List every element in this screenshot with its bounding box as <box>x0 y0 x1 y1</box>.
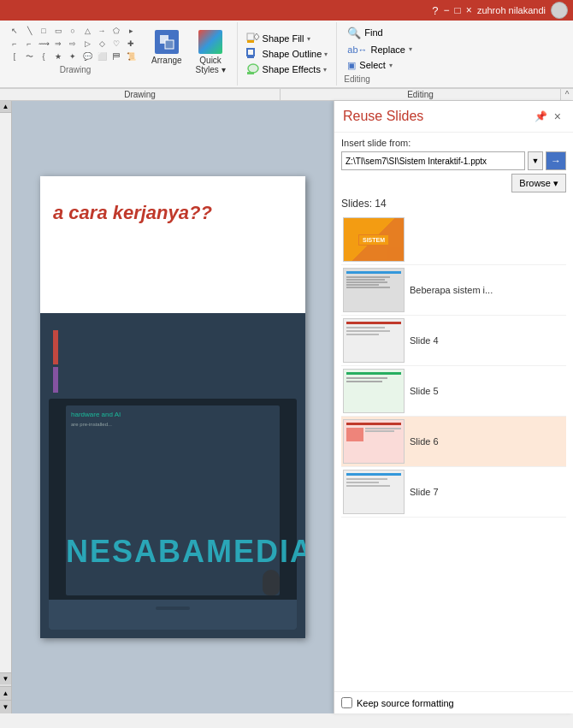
slide-item-3[interactable]: Slide 4 <box>341 316 566 366</box>
shape-oval[interactable]: ○ <box>67 26 79 36</box>
reuse-slides-panel: Reuse Slides 📌 × Insert slide from: ▼ → … <box>334 101 573 713</box>
slide-item-2[interactable]: Beberapa sistem i... <box>341 265 566 316</box>
laptop-trackpad <box>156 607 190 610</box>
shape-l1[interactable]: ⌐ <box>9 38 21 49</box>
reuse-panel-title: Reuse Slides <box>343 109 423 124</box>
drawing-group: ↖ ╲ □ ▭ ○ △ → ⬠ ▸ ⌐ ⌐ ⟿ ⇒ ⇨ ▷ ◇ ♡ ✚ [ <box>3 22 238 86</box>
slide-item-6[interactable]: Slide 7 <box>341 467 566 518</box>
keep-source-checkbox[interactable] <box>341 697 352 708</box>
find-label: Find <box>364 27 382 38</box>
replace-icon: ab↔ <box>347 44 367 55</box>
slide-item-5[interactable]: Slide 6 <box>341 417 566 467</box>
shape-heart[interactable]: ♡ <box>110 38 122 49</box>
svg-marker-4 <box>254 33 259 40</box>
laptop-base <box>49 600 297 630</box>
scroll-up2-btn[interactable]: ▲ <box>0 686 11 700</box>
shape-arrow2[interactable]: ⇒ <box>52 38 64 49</box>
shape-flowchart[interactable]: ⬜ <box>96 51 108 62</box>
drawing-label: Drawing <box>9 65 142 74</box>
slide-thumb-1: SISTEM <box>343 217 405 262</box>
scroll-up-btn[interactable]: ▲ <box>0 101 11 113</box>
shape-rect[interactable]: □ <box>38 26 50 36</box>
shape-cross[interactable]: ✚ <box>125 38 137 49</box>
shape-arrow3[interactable]: ⇨ <box>67 38 79 49</box>
quick-styles-icon <box>198 30 222 54</box>
path-go-button[interactable]: → <box>546 151 566 170</box>
shape-wavy[interactable]: 〜 <box>23 51 35 62</box>
shape-blockarrow[interactable]: ▷ <box>81 38 93 49</box>
drawing-section-label: Drawing <box>0 89 281 100</box>
select-dropdown[interactable]: ▾ <box>389 62 393 69</box>
shape-star[interactable]: ★ <box>52 51 64 62</box>
slide-thumb-3 <box>343 318 405 363</box>
path-input[interactable] <box>341 151 525 170</box>
shape-outline-dropdown[interactable]: ▾ <box>324 50 328 58</box>
shape-banner[interactable]: ⛿ <box>110 51 122 62</box>
svg-rect-6 <box>247 56 254 58</box>
title-bar: ? − □ × zuhroh nilakandi <box>0 0 573 21</box>
shape-zigzag[interactable]: ⟿ <box>38 38 50 49</box>
shape-callout[interactable]: 💬 <box>81 51 93 62</box>
replace-button[interactable]: ab↔ Replace ▾ <box>344 43 416 56</box>
main-area: ▲ ▼ ▲ ▼ a cara kerjanya?? hardware and A… <box>0 101 573 713</box>
svg-rect-9 <box>247 72 254 74</box>
restore-icon[interactable]: □ <box>455 4 461 16</box>
question-icon[interactable]: ? <box>432 4 438 17</box>
shape-pentagon[interactable]: ⬠ <box>110 26 122 36</box>
shape-bracket[interactable]: [ <box>9 51 21 62</box>
slide-preview-panel: a cara kerjanya?? hardware and AI are pr… <box>12 101 334 713</box>
shape-fill-button[interactable]: Shape Fill ▾ <box>245 32 330 45</box>
path-dropdown-button[interactable]: ▼ <box>528 151 543 170</box>
ribbon-toolbar: ↖ ╲ □ ▭ ○ △ → ⬠ ▸ ⌐ ⌐ ⟿ ⇒ ⇨ ▷ ◇ ♡ ✚ [ <box>0 21 573 89</box>
svg-rect-1 <box>165 40 174 49</box>
quick-styles-button[interactable]: Quick Styles ▾ <box>190 26 232 79</box>
slide-thumb-6 <box>343 470 405 514</box>
shape-fill-dropdown[interactable]: ▾ <box>307 35 310 43</box>
select-icon: ▣ <box>347 60 356 71</box>
slide-item-4[interactable]: Slide 5 <box>341 366 566 417</box>
replace-dropdown[interactable]: ▾ <box>409 45 412 53</box>
slide-item-1[interactable]: SISTEM <box>341 215 566 265</box>
shape-cursor[interactable]: ↖ <box>9 26 21 36</box>
shape-l2[interactable]: ⌐ <box>23 38 35 49</box>
slide-thumb-4 <box>343 369 405 413</box>
avatar <box>551 2 568 19</box>
scroll-down2-btn[interactable]: ▼ <box>0 700 11 713</box>
shape-brace[interactable]: { <box>38 51 50 62</box>
browse-label: Browse <box>519 178 551 188</box>
shape-diamond[interactable]: ◇ <box>96 38 108 49</box>
shape-triangle[interactable]: △ <box>81 26 93 36</box>
ribbon-collapse-icon[interactable]: ^ <box>561 89 573 100</box>
slide-label-3: Slide 4 <box>410 335 439 346</box>
shape-scroll[interactable]: 📜 <box>125 51 137 62</box>
shape-more[interactable]: ▸ <box>125 26 137 36</box>
shapes-palette: ↖ ╲ □ ▭ ○ △ → ⬠ ▸ ⌐ ⌐ ⟿ ⇒ ⇨ ▷ ◇ ♡ ✚ [ <box>9 26 139 63</box>
browse-button[interactable]: Browse ▾ <box>511 174 566 192</box>
shape-arrow-right[interactable]: → <box>96 26 108 36</box>
select-button[interactable]: ▣ Select ▾ <box>344 58 416 73</box>
insert-from-label: Insert slide from: <box>341 138 566 148</box>
shape-outline-icon <box>246 48 260 60</box>
pin-icon[interactable]: 📌 <box>535 110 547 122</box>
reuse-close-button[interactable]: × <box>551 108 564 125</box>
keep-source-row: Keep source formatting <box>334 691 573 713</box>
shape-burst[interactable]: ✦ <box>67 51 79 62</box>
screen-text: hardware and AI are pre-installed... <box>66 405 280 432</box>
scroll-down-btn[interactable]: ▼ <box>0 672 11 684</box>
ribbon-section-labels: Drawing Editing ^ <box>0 89 573 101</box>
shape-effects-dropdown[interactable]: ▾ <box>323 66 327 74</box>
close-icon[interactable]: × <box>466 4 472 16</box>
shape-outline-button[interactable]: Shape Outline ▾ <box>245 47 330 61</box>
find-button[interactable]: 🔍 Find <box>344 25 416 41</box>
arrange-label: Arrange <box>151 56 182 65</box>
minimize-icon[interactable]: − <box>444 4 450 16</box>
slide-thumb-5 <box>343 419 405 464</box>
shape-rect2[interactable]: ▭ <box>52 26 64 36</box>
replace-label: Replace <box>371 44 405 55</box>
shape-effects-button[interactable]: Shape Effects ▾ <box>245 62 330 76</box>
shape-line[interactable]: ╲ <box>23 26 35 36</box>
slide-label-4: Slide 5 <box>410 386 439 396</box>
arrange-button[interactable]: Arrange <box>145 26 188 69</box>
shape-effects-icon <box>246 63 260 75</box>
shape-commands-group: Shape Fill ▾ Shape Outline ▾ Shape Effec… <box>238 22 338 86</box>
